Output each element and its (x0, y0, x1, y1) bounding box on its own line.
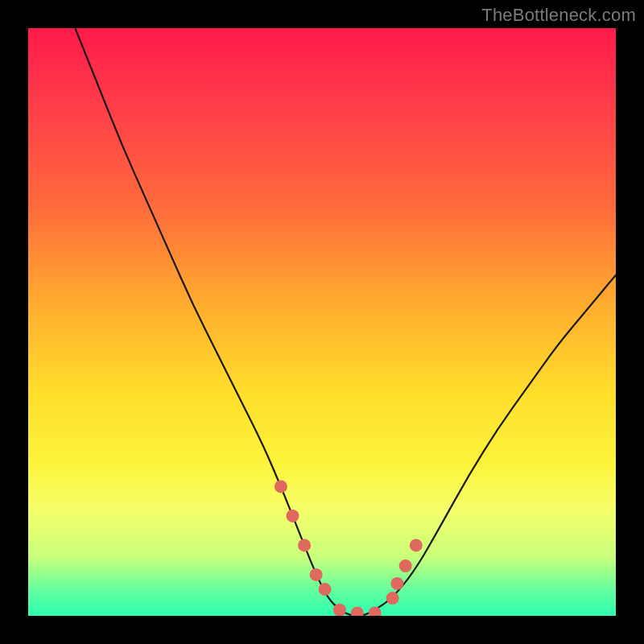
marker-dot (399, 559, 412, 572)
marker-dot (333, 604, 346, 616)
marker-dot (351, 606, 364, 616)
marker-dot (275, 480, 287, 493)
curve-path-group (75, 28, 616, 616)
plot-area (28, 28, 616, 616)
chart-frame: TheBottleneck.com (0, 0, 644, 644)
watermark-text: TheBottleneck.com (481, 5, 636, 26)
marker-dot (319, 583, 332, 596)
bottleneck-curve (75, 28, 616, 616)
marker-dot (390, 577, 403, 590)
marker-dot (310, 568, 323, 581)
marker-dot (298, 539, 311, 551)
marker-dot (287, 510, 299, 522)
marker-dots-group (275, 480, 423, 616)
marker-dot (386, 592, 399, 605)
marker-dot (410, 539, 423, 551)
chart-svg (28, 28, 616, 616)
